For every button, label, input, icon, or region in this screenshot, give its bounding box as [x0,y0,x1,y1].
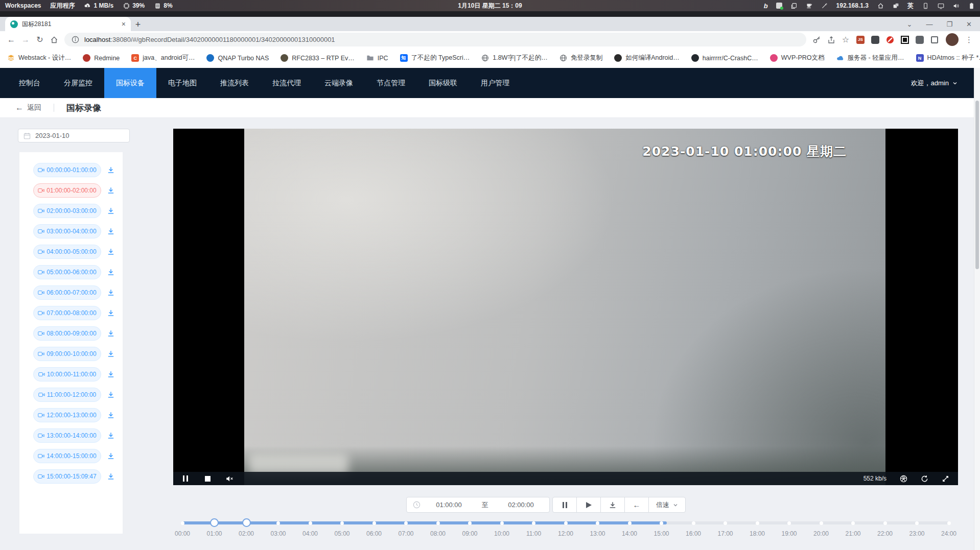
stop-icon[interactable] [203,474,212,483]
share-icon[interactable] [827,36,835,44]
scrollbar-thumb[interactable] [975,101,979,269]
bookmark-item-3[interactable]: Cjava、android可… [131,54,195,62]
time-range-input[interactable]: 01:00:00 至 02:00:00 [406,497,550,513]
segment-button-11[interactable]: 10:00:00-11:00:00 [33,367,101,381]
extension-puzzle-icon[interactable] [915,35,924,44]
bookmark-item-8[interactable]: 1.8W字|了不起的… [481,54,547,62]
segment-button-8[interactable]: 07:00:00-08:00:00 [33,306,101,320]
workspaces-button[interactable]: Workspaces [5,2,41,9]
segment-download-icon[interactable] [107,370,115,378]
battery-icon[interactable] [968,2,975,9]
date-picker[interactable]: 2023-01-10 [18,129,130,142]
applications-menu[interactable]: 应用程序 [50,2,75,10]
new-tab-button[interactable]: + [131,18,145,31]
segment-button-14[interactable]: 13:00:00-14:00:00 [33,428,101,443]
step-back-button[interactable]: ← [624,497,649,513]
segment-download-icon[interactable] [107,268,115,276]
app-indicator-icon[interactable] [776,3,782,9]
window-close-button[interactable]: ✕ [966,21,972,28]
timeline-handle[interactable] [210,518,219,527]
speed-dropdown[interactable]: 倍速 [648,497,686,513]
refresh-icon[interactable] [920,474,928,483]
segment-button-7[interactable]: 06:00:00-07:00:00 [33,285,101,300]
segment-download-icon[interactable] [107,432,115,440]
browser-menu-icon[interactable]: ⋮ [965,35,973,44]
pause-icon[interactable] [181,474,190,483]
profile-avatar[interactable] [946,33,959,46]
bookmark-item-11[interactable]: hairrrrr/C-CrashC… [691,54,758,62]
nav-item-2[interactable]: 分屏监控 [52,68,104,98]
bookmark-item-14[interactable]: NHDAtmos :: 种子 *… [916,54,980,62]
pause-button[interactable] [552,497,577,513]
segment-download-icon[interactable] [107,186,115,195]
bookmark-item-2[interactable]: Redmine [83,54,120,62]
segment-button-10[interactable]: 09:00:00-10:00:00 [33,347,101,361]
maximize-button[interactable]: ❐ [946,21,952,28]
home-icon[interactable] [877,2,884,9]
bookmark-item-9[interactable]: 免登录复制 [559,54,603,62]
segment-download-icon[interactable] [107,248,115,256]
browser-tab[interactable]: 国标28181 × [5,17,131,31]
segment-button-6[interactable]: 05:00:00-06:00:00 [33,265,101,279]
nav-item-8[interactable]: 节点管理 [365,68,417,98]
minimize-button[interactable]: — [926,21,932,28]
user-menu[interactable]: 欢迎，admin [911,79,980,88]
segment-button-5[interactable]: 04:00:00-05:00:00 [33,245,101,259]
nav-item-6[interactable]: 拉流代理 [261,68,313,98]
segment-download-icon[interactable] [107,227,115,235]
bing-tray-icon[interactable]: b [764,2,768,10]
bookmark-item-1[interactable]: Webstack - 设计… [7,54,71,62]
bookmark-item-4[interactable]: QNAP Turbo NAS [206,54,269,62]
bookmark-item-13[interactable]: 服务器 - 轻量应用… [836,54,904,62]
segment-button-2[interactable]: 01:00:00-02:00:00 [33,183,101,198]
segment-download-icon[interactable] [107,411,115,419]
bookmark-item-5[interactable]: RFC2833 – RTP Ev… [281,54,355,62]
volume-icon[interactable] [952,2,960,9]
picker-icon[interactable] [821,2,828,9]
copy-icon[interactable] [790,2,798,9]
tab-search-chevron-icon[interactable]: ⌄ [907,21,913,28]
drink-icon[interactable] [806,2,813,9]
video-player[interactable]: 2023-01-10 01:00:00 星期二 552 kb/s [173,129,958,485]
tab-close-icon[interactable]: × [122,20,126,28]
extension-square-icon[interactable] [930,35,939,44]
url-bar[interactable]: localhost:38080/#/gbRecordDetail/3402000… [64,33,806,46]
play-button[interactable] [576,497,601,513]
segment-button-12[interactable]: 11:00:00-12:00:00 [33,388,101,402]
segment-download-icon[interactable] [107,207,115,215]
segment-download-icon[interactable] [107,309,115,317]
segment-download-icon[interactable] [107,472,115,481]
timeline-handle[interactable] [242,518,251,527]
bookmark-item-6[interactable]: IPC [366,54,388,62]
key-icon[interactable] [812,36,821,44]
snapshot-icon[interactable] [899,474,907,483]
info-icon[interactable] [72,36,79,43]
extension-dark-icon[interactable] [871,35,880,44]
start-time-field[interactable]: 01:00:00 [421,501,477,509]
segment-button-15[interactable]: 14:00:00-15:00:00 [33,449,101,463]
page-scrollbar[interactable] [974,68,980,550]
segment-download-icon[interactable] [107,289,115,297]
nav-item-10[interactable]: 用户管理 [469,68,521,98]
nav-item-7[interactable]: 云端录像 [313,68,365,98]
download-button[interactable] [600,497,625,513]
ip-address[interactable]: 192.168.1.3 [836,2,869,9]
forward-nav-icon[interactable]: → [18,33,33,47]
volume-muted-icon[interactable] [225,474,234,483]
segment-button-4[interactable]: 03:00:00-04:00:00 [33,224,101,238]
end-time-field[interactable]: 02:00:00 [493,501,549,509]
segment-download-icon[interactable] [107,350,115,358]
nav-item-9[interactable]: 国标级联 [417,68,469,98]
fullscreen-icon[interactable] [941,474,949,483]
segment-download-icon[interactable] [107,452,115,460]
nav-item-4[interactable]: 电子地图 [156,68,208,98]
back-button[interactable]: ← 返回 [15,103,41,112]
ime-indicator[interactable]: 英 [907,2,914,10]
segment-button-16[interactable]: 15:00:00-15:09:47 [33,469,101,484]
segment-button-9[interactable]: 08:00:00-09:00:00 [33,326,101,341]
segment-button-1[interactable]: 00:00:00-01:00:00 [33,163,101,177]
extension-frame-icon[interactable] [900,35,909,44]
reload-icon[interactable]: ↻ [33,33,47,47]
bookmark-item-12[interactable]: WVP-PRO文档 [770,54,825,62]
back-nav-icon[interactable]: ← [4,33,18,47]
